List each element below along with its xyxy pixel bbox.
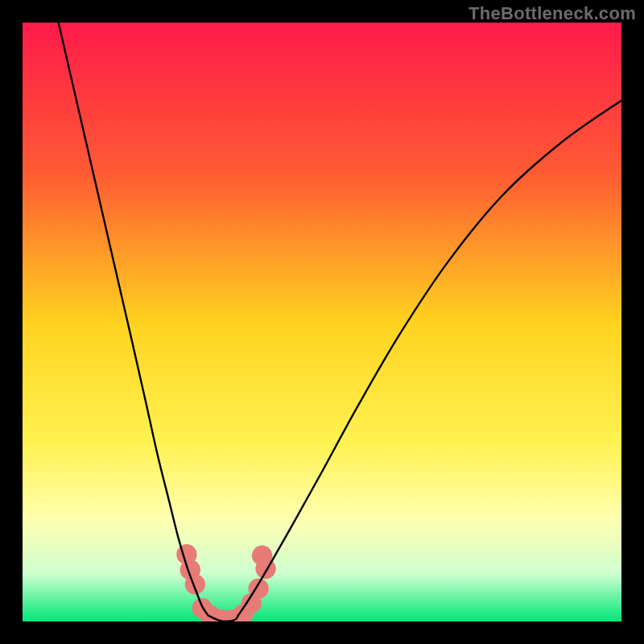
highlight-dot — [252, 546, 272, 566]
watermark-label: TheBottleneck.com — [469, 3, 636, 24]
gradient-background — [23, 23, 621, 621]
chart-frame: TheBottleneck.com — [0, 0, 644, 644]
plot-svg — [23, 23, 621, 621]
plot-area — [23, 23, 621, 621]
highlight-dot — [185, 574, 205, 594]
